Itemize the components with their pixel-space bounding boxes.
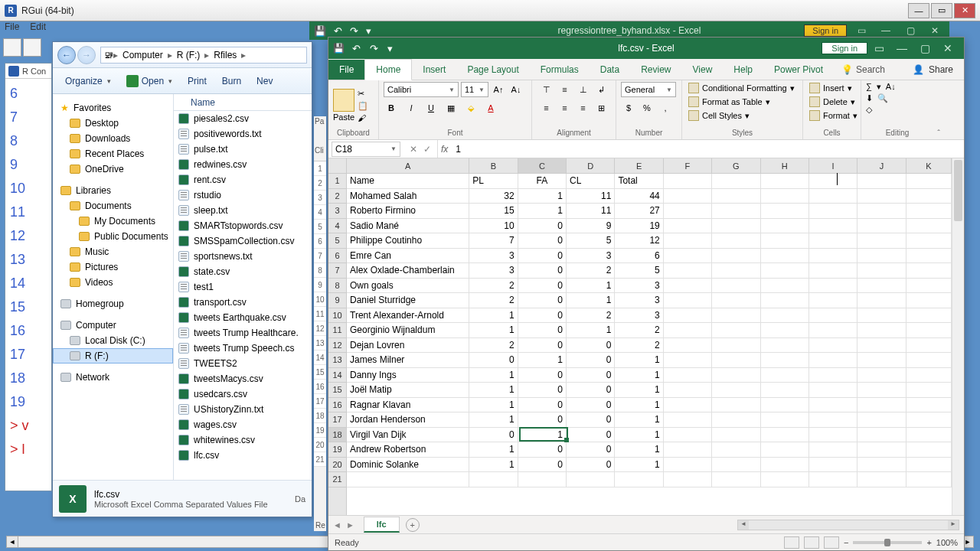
cell[interactable]	[906, 428, 952, 442]
file-row[interactable]: SMSSpamCollection.csv	[174, 233, 312, 249]
ribbon-options-icon[interactable]: ▭	[851, 25, 871, 36]
cell[interactable]	[712, 442, 760, 457]
cell[interactable]	[906, 204, 952, 218]
cell[interactable]	[712, 323, 760, 337]
underline-button[interactable]: U	[423, 100, 439, 116]
cell[interactable]	[858, 353, 906, 367]
currency-icon[interactable]: $	[621, 100, 636, 116]
sheet-tab-lfc[interactable]: lfc	[364, 517, 400, 533]
cell[interactable]: 3	[567, 249, 615, 263]
maximize-button[interactable]: ▢	[913, 42, 936, 54]
cell[interactable]: 1	[518, 204, 567, 218]
cell[interactable]: 1	[469, 398, 518, 412]
col-header[interactable]: G	[712, 158, 760, 173]
sheet-nav-prev-icon[interactable]: ◄	[333, 520, 341, 530]
explorer-file-list[interactable]: Name piesales2.csvpositivewords.txtpulse…	[174, 94, 312, 480]
tree-node[interactable]: Libraries	[53, 183, 173, 198]
cell[interactable]	[347, 472, 469, 487]
table-row[interactable]: Alex Oxlade-Chamberlain3025	[347, 263, 952, 279]
cell[interactable]	[712, 353, 760, 367]
menu-edit[interactable]: Edit	[30, 21, 46, 37]
cell[interactable]: 0	[567, 368, 615, 383]
table-row[interactable]: Sadio Mané100919	[347, 219, 952, 234]
zoom-level[interactable]: 100%	[936, 538, 958, 547]
cell[interactable]	[761, 189, 809, 204]
cell[interactable]	[761, 398, 809, 412]
cell[interactable]	[906, 293, 952, 308]
new-button[interactable]: Nev	[250, 73, 279, 90]
cell[interactable]	[664, 249, 712, 263]
cell[interactable]: 2	[567, 263, 615, 278]
cell[interactable]: Virgil Van Dijk	[347, 428, 469, 442]
fx-icon[interactable]: fx	[438, 144, 451, 155]
find-icon[interactable]: 🔍	[877, 93, 888, 103]
cell[interactable]: James Milner	[347, 353, 469, 367]
cell[interactable]: 3	[469, 263, 518, 278]
align-top-icon[interactable]: ⊤	[539, 82, 554, 97]
insert-cells-button[interactable]: Insert ▾	[808, 82, 854, 94]
table-row[interactable]: Georginio Wijnaldum1012	[347, 323, 952, 338]
file-row[interactable]: TWEETS2	[174, 356, 312, 371]
cell[interactable]: Georginio Wijnaldum	[347, 323, 469, 337]
cell[interactable]	[712, 293, 760, 308]
cell[interactable]: 27	[615, 204, 663, 218]
forward-button[interactable]: →	[77, 46, 96, 64]
cell[interactable]: 15	[469, 204, 518, 218]
col-header[interactable]: I	[809, 158, 858, 173]
tree-node[interactable]: Local Disk (C:)	[53, 333, 173, 348]
cell[interactable]: 0	[518, 398, 567, 412]
row-header[interactable]: 8	[328, 279, 346, 294]
col-header[interactable]: C	[518, 158, 567, 173]
cell[interactable]	[809, 338, 858, 353]
cell[interactable]	[761, 323, 809, 337]
organize-button[interactable]: Organize	[59, 73, 117, 90]
cell[interactable]: 11	[567, 204, 615, 218]
cell[interactable]: 0	[567, 458, 615, 472]
align-left-icon[interactable]: ≡	[539, 100, 554, 116]
tab-insert[interactable]: Insert	[412, 60, 456, 80]
file-row[interactable]: pulse.txt	[174, 142, 312, 157]
tree-node[interactable]: ★ Favorites	[53, 100, 173, 116]
file-row[interactable]: tweets Trump Healthcare.	[174, 325, 312, 341]
cell[interactable]	[761, 353, 809, 367]
zoom-slider[interactable]	[853, 541, 922, 544]
cell[interactable]	[858, 219, 906, 233]
tree-node[interactable]: Network	[53, 370, 173, 385]
merge-icon[interactable]: ⊞	[594, 100, 609, 116]
tab-power-pivot[interactable]: Power Pivot	[763, 60, 834, 80]
add-sheet-button[interactable]: +	[406, 518, 420, 532]
file-row[interactable]: transport.csv	[174, 295, 312, 310]
tab-home[interactable]: Home	[364, 59, 412, 80]
cell[interactable]	[858, 458, 906, 472]
file-row[interactable]: test1	[174, 279, 312, 295]
cell[interactable]: 0	[518, 308, 567, 323]
cell[interactable]	[906, 233, 952, 248]
cell[interactable]	[712, 263, 760, 278]
enter-icon[interactable]: ✓	[423, 144, 431, 155]
row-header[interactable]: 2	[328, 189, 346, 204]
cell[interactable]	[809, 204, 858, 218]
cell[interactable]	[809, 472, 858, 487]
cell[interactable]: 0	[567, 428, 615, 442]
cell[interactable]: 2	[615, 323, 663, 337]
cell[interactable]: 1	[518, 189, 567, 204]
zoom-in-button[interactable]: +	[926, 538, 931, 547]
cell[interactable]	[664, 428, 712, 442]
cell[interactable]: 2	[469, 338, 518, 353]
align-bottom-icon[interactable]: ⊥	[576, 82, 591, 97]
cut-icon[interactable]: ✂	[358, 89, 368, 99]
cell[interactable]	[809, 398, 858, 412]
cell[interactable]	[906, 263, 952, 278]
cell[interactable]	[712, 398, 760, 412]
cell[interactable]	[761, 174, 809, 188]
sheet-nav-next-icon[interactable]: ►	[346, 520, 354, 530]
table-row[interactable]: Danny Ings1001	[347, 368, 952, 383]
cell[interactable]: 11	[567, 189, 615, 204]
cell[interactable]: 0	[567, 338, 615, 353]
table-row[interactable]: Roberto Firmino1511127	[347, 204, 952, 219]
cell[interactable]	[858, 398, 906, 412]
cell[interactable]: 1	[518, 353, 567, 367]
cell[interactable]	[809, 249, 858, 263]
close-button[interactable]: ✕	[954, 3, 975, 18]
cell[interactable]: 2	[567, 308, 615, 323]
